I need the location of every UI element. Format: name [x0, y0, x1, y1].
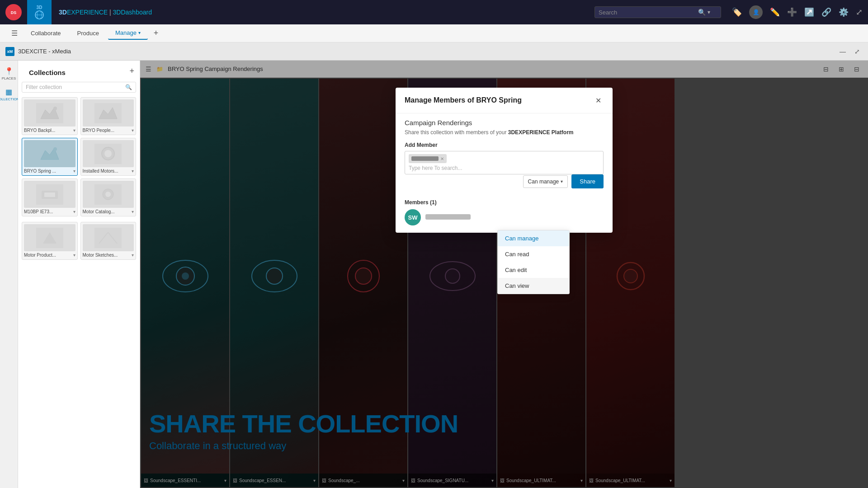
collection-thumb-m10bp [24, 181, 75, 208]
dropdown-item-can-view[interactable]: Can view [498, 278, 569, 294]
svg-rect-8 [94, 103, 122, 123]
add-member-label: Add Member [405, 142, 604, 148]
collection-name-text-8: Motor Sketches... [83, 253, 118, 258]
filter-search-icon: 🔍 [125, 84, 132, 90]
collection-item-motor-product[interactable]: Motor Product... ▾ [22, 222, 78, 260]
places-icon: 📍 [5, 67, 14, 75]
sidebar-item-collections[interactable]: ▦ COLLECTIONS [1, 85, 17, 104]
collection-name-bryo-people: BRYO People... ▾ [83, 128, 134, 133]
collection-name-motor-sketches: Motor Sketches... ▾ [83, 253, 134, 258]
input-tag-existing: ✕ [409, 154, 447, 163]
collection-thumb-motor-catalog [83, 181, 134, 208]
modal-description: Share this collection with members of yo… [396, 128, 613, 142]
svg-text:DS: DS [11, 10, 17, 15]
collection-thumb-bryo-people [83, 99, 134, 127]
settings-icon[interactable]: ⚙️ [839, 7, 849, 17]
app-icon-3d: 3D [37, 5, 42, 10]
collection-thumb-installed-motors [83, 140, 134, 167]
filter-input[interactable] [26, 84, 123, 90]
modal-close-button[interactable]: ✕ [593, 95, 604, 106]
expand-icon[interactable]: ⤢ [856, 7, 863, 17]
overlay-text-area [18, 263, 140, 488]
permission-dropdown-menu[interactable]: Can manage Can read Can edit Can view [497, 230, 570, 294]
sidebar-icons-strip: 📍 PLACES ▦ COLLECTIONS [0, 61, 18, 488]
collection-dropdown-arrow-4[interactable]: ▾ [132, 169, 134, 174]
search-dropdown-icon[interactable]: ▾ [708, 9, 710, 15]
manage-dropdown-arrow: ▾ [138, 30, 141, 35]
collection-item-bryo-people[interactable]: BRYO People... ▾ [80, 97, 137, 135]
top-nav-icons: 🏷️ 👤 ✏️ ➕ ↗️ 🔗 ⚙️ ⤢ [732, 5, 863, 19]
member-row: SW [405, 209, 604, 225]
maximize-button[interactable]: ⤢ [852, 46, 863, 57]
collection-thumb-bryo-spring [24, 140, 75, 167]
collection-name-m10bp: M10BP IE73... ▾ [24, 209, 75, 214]
collection-item-bryo-backpl[interactable]: BRYO Backpl... ▾ [22, 97, 78, 135]
network-icon[interactable]: 🔗 [821, 7, 831, 17]
share-icon[interactable]: ↗️ [804, 7, 814, 17]
tab-produce[interactable]: Produce [70, 27, 106, 39]
svg-point-12 [53, 147, 57, 151]
sidebar-panel: Collections + 🔍 BRYO Backpl... ▾ [18, 61, 140, 488]
places-label: PLACES [2, 76, 16, 80]
global-search[interactable]: 🔍 ▾ [594, 6, 721, 18]
collection-name-bryo-spring: BRYO Spring ... ▾ [24, 169, 75, 174]
modal-desc-bold: 3DEXPERIENCE Platform [508, 129, 574, 136]
collection-name-text-6: Motor Catalog... [83, 209, 115, 214]
dropdown-item-can-read[interactable]: Can read [498, 246, 569, 262]
main-layout: 📍 PLACES ▦ COLLECTIONS Collections + 🔍 B… [0, 61, 868, 488]
collections-heading: Collections [24, 64, 71, 78]
pen-tool-icon[interactable]: ✏️ [770, 7, 780, 17]
collection-dropdown-arrow-3[interactable]: ▾ [73, 169, 75, 174]
sidebar-item-places[interactable]: 📍 PLACES [1, 64, 17, 83]
modal-body: Add Member ✕ [396, 142, 613, 174]
search-input[interactable] [599, 9, 698, 16]
modal-desc-text: Share this collection with members of yo… [405, 129, 506, 136]
collection-name-text-5: M10BP IE73... [24, 209, 53, 214]
collections-icon: ▦ [5, 88, 12, 96]
collection-item-bryo-spring[interactable]: BRYO Spring ... ▾ [22, 138, 78, 176]
svg-point-7 [53, 107, 57, 110]
app-icon[interactable]: 3D [27, 0, 52, 24]
collection-dropdown-arrow-6[interactable]: ▾ [132, 209, 134, 214]
user-avatar[interactable]: 👤 [749, 5, 763, 19]
collection-name-motor-catalog: Motor Catalog... ▾ [83, 209, 134, 214]
dropdown-item-can-edit[interactable]: Can edit [498, 262, 569, 278]
search-member-input[interactable] [409, 165, 599, 171]
collection-item-motor-sketches[interactable]: Motor Sketches... ▾ [80, 222, 137, 260]
add-member-input-area[interactable]: ✕ [405, 151, 604, 174]
svg-rect-18 [44, 192, 55, 197]
share-button[interactable]: Share [571, 174, 604, 188]
collection-dropdown-arrow-8[interactable]: ▾ [132, 253, 134, 258]
bookmarks-icon[interactable]: 🏷️ [732, 7, 742, 17]
collection-thumb-bryo-backpl [24, 99, 75, 127]
collections-header-row: Collections + [18, 61, 140, 80]
tab-manage[interactable]: Manage ▾ [108, 27, 148, 40]
logo-icon[interactable]: DS [5, 4, 22, 20]
share-action-row: Can manage ▾ Share [396, 174, 613, 194]
member-name [425, 214, 471, 221]
svg-rect-5 [36, 103, 63, 123]
collection-dropdown-arrow-7[interactable]: ▾ [73, 253, 75, 258]
collection-dropdown-arrow-5[interactable]: ▾ [73, 209, 75, 214]
collection-dropdown-arrow[interactable]: ▾ [73, 128, 75, 133]
second-nav-bar: ☰ Collaborate Produce Manage ▾ + [0, 24, 868, 42]
app-header-title: 3DEXCITE - xMedia [18, 48, 71, 55]
minimize-button[interactable]: — [837, 46, 848, 57]
collection-item-motor-catalog[interactable]: Motor Catalog... ▾ [80, 178, 137, 216]
add-icon[interactable]: ➕ [787, 7, 797, 17]
permission-dropdown[interactable]: Can manage ▾ [523, 175, 568, 188]
collection-item-installed-motors[interactable]: Installed Motors... ▾ [80, 138, 137, 176]
collection-item-m10bp[interactable]: M10BP IE73... ▾ [22, 178, 78, 216]
tab-collaborate[interactable]: Collaborate [24, 27, 68, 39]
filter-bar[interactable]: 🔍 [22, 82, 136, 93]
add-collection-button[interactable]: + [129, 66, 134, 76]
svg-rect-24 [94, 228, 122, 248]
input-tags-row: ✕ [409, 154, 599, 163]
collection-dropdown-arrow-2[interactable]: ▾ [132, 128, 134, 133]
add-tab-button[interactable]: + [150, 27, 162, 40]
tag-remove-icon[interactable]: ✕ [440, 156, 444, 161]
hamburger-menu[interactable]: ☰ [7, 26, 22, 41]
collection-name-motor-product: Motor Product... ▾ [24, 253, 75, 258]
collection-name-text-7: Motor Product... [24, 253, 56, 258]
dropdown-item-can-manage[interactable]: Can manage [498, 230, 569, 246]
